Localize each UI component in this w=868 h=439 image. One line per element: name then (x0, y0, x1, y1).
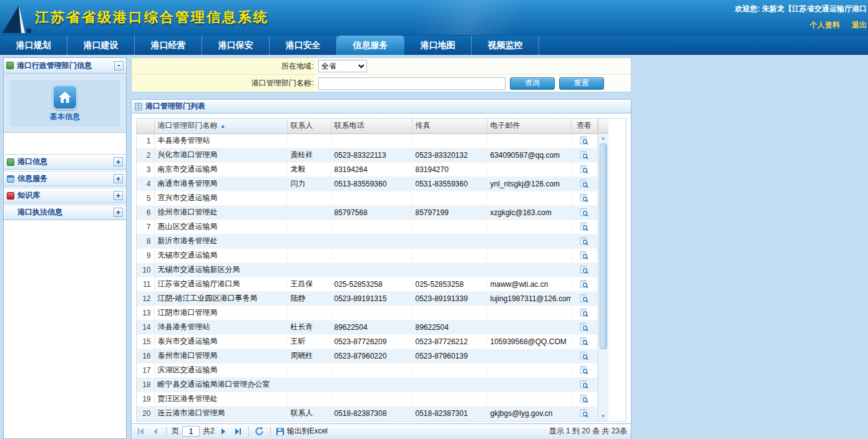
table-scrollbar[interactable]: ▲ ▼ (598, 118, 608, 421)
view-detail-icon[interactable] (580, 251, 588, 260)
view-detail-icon[interactable] (580, 323, 588, 332)
view-detail-icon[interactable] (580, 352, 588, 360)
table-row[interactable]: 20 连云港市港口管理局 联系人 0518-82387308 0518-8238… (137, 406, 597, 420)
table-row[interactable]: 8 新沂市港务管理处 (137, 234, 597, 248)
email-cell (487, 248, 571, 263)
scrollbar-track[interactable] (598, 142, 608, 412)
table-row[interactable]: 1 丰县港务管理站 (137, 133, 597, 148)
view-detail-icon[interactable] (580, 280, 588, 289)
table-row[interactable]: 10 无锡市交通运输新区分局 (137, 263, 597, 277)
scrollbar-header-cap (598, 118, 608, 133)
table-row[interactable]: 11 江苏省交通运输厅港口局 王昌保 025-52853258 025-5285… (137, 277, 597, 291)
table-row[interactable]: 12 江阴-靖江工业园区港口事务局 陆静 0523-89191315 0523-… (137, 291, 597, 306)
reset-button[interactable]: 重置 (559, 77, 604, 90)
nav-tab-港口规划[interactable]: 港口规划 (0, 36, 67, 55)
refresh-button[interactable] (254, 426, 265, 437)
table-row[interactable]: 3 南京市交通运输局 龙毅 83194264 83194270 (137, 162, 597, 176)
column-header-contact[interactable]: 联系人 (287, 118, 331, 133)
nav-tab-港口保安[interactable]: 港口保安 (202, 36, 270, 55)
region-select[interactable]: 全省 (318, 60, 367, 72)
view-detail-icon[interactable] (580, 223, 588, 231)
first-page-button[interactable] (135, 426, 147, 437)
nav-tab-视频监控[interactable]: 视频监控 (472, 36, 539, 55)
view-detail-icon[interactable] (580, 151, 588, 160)
nav-tab-信息服务[interactable]: 信息服务 (337, 36, 404, 55)
sidebar-item-港口执法信息[interactable]: 港口执法信息 + (4, 205, 126, 220)
table-row[interactable]: 4 南通市港务管理局 闫力 0513-83559360 0531-8355936… (137, 176, 597, 191)
profile-link[interactable]: 个人资料 (810, 21, 840, 29)
view-detail-icon[interactable] (580, 137, 588, 145)
next-page-button[interactable] (218, 426, 229, 437)
fax-cell (412, 363, 487, 377)
last-page-button[interactable] (232, 426, 243, 437)
table-row[interactable]: 2 兴化市港口管理局 龚桂祥 0523-83322113 0523-833201… (137, 148, 597, 162)
expand-button[interactable]: + (114, 174, 123, 183)
sidebar-item-知识库[interactable]: 知识库 + (4, 188, 126, 203)
column-header-view[interactable]: 查看 (571, 118, 597, 133)
prev-page-button[interactable] (150, 426, 161, 437)
save-icon (276, 427, 285, 436)
export-excel-button[interactable]: 输出到Excel (276, 426, 328, 437)
scroll-up-icon[interactable]: ▲ (598, 133, 608, 142)
column-header-email[interactable]: 电子邮件 (487, 118, 571, 133)
column-header-name[interactable]: 港口管理部门名称▲ (154, 118, 287, 133)
column-header-phone[interactable]: 联系电话 (331, 118, 412, 133)
fax-cell: 83194270 (412, 162, 487, 176)
nav-tab-label: 视频监控 (488, 40, 523, 51)
dept-name-row: 港口管理部门名称: 查询 重置 (132, 75, 631, 92)
table-row[interactable]: 7 惠山区交通运输局 (137, 220, 597, 234)
view-detail-icon[interactable] (580, 409, 588, 418)
accordion-label: 知识库 (17, 190, 110, 201)
phone-cell (331, 234, 412, 248)
sidebar-panel-header[interactable]: 港口行政管理部门信息 - (4, 58, 126, 74)
table-row[interactable]: 13 江阴市港口管理局 (137, 306, 597, 320)
view-detail-icon[interactable] (580, 380, 588, 389)
table-row[interactable]: 14 沛县港务管理站 杜长青 89622504 89622504 (137, 320, 597, 334)
view-detail-icon[interactable] (580, 165, 588, 174)
phone-cell: 0523-89191315 (331, 291, 412, 306)
view-detail-icon[interactable] (580, 180, 588, 188)
table-row[interactable]: 15 泰兴市交通运输局 王昕 0523-87726209 0523-877262… (137, 334, 597, 349)
contact-cell (287, 191, 331, 205)
sidebar-item-港口信息[interactable]: 港口信息 + (4, 154, 126, 170)
query-button[interactable]: 查询 (510, 77, 555, 90)
table-row[interactable]: 6 徐州市港口管理处 85797568 85797199 xzgkglc@163… (137, 205, 597, 220)
logout-link[interactable]: 退出 (852, 21, 867, 29)
nav-tab-港口建设[interactable]: 港口建设 (67, 36, 135, 55)
row-number-cell: 3 (137, 162, 154, 176)
view-detail-icon[interactable] (580, 309, 588, 317)
dept-name-cell: 兴化市港口管理局 (154, 148, 287, 162)
scroll-down-icon[interactable]: ▼ (598, 412, 608, 421)
nav-tab-港口地图[interactable]: 港口地图 (404, 36, 472, 55)
dept-name-cell: 宜兴市交通运输局 (154, 191, 287, 205)
table-row[interactable]: 5 宜兴市交通运输局 (137, 191, 597, 205)
view-detail-icon[interactable] (580, 366, 588, 375)
view-detail-icon[interactable] (580, 294, 588, 303)
expand-button[interactable]: + (114, 157, 123, 166)
fax-cell (412, 191, 487, 205)
table-row[interactable]: 18 睢宁县交通运输局港口管理办公室 (137, 377, 597, 392)
table-row[interactable]: 9 无锡市交通运输局 (137, 248, 597, 263)
table-row[interactable]: 16 泰州市港口管理局 周晓柱 0523-87960220 0523-87960… (137, 349, 597, 363)
dept-name-input[interactable] (318, 77, 505, 90)
collapse-button[interactable]: - (114, 61, 124, 70)
module-basic-info[interactable]: 基本信息 (10, 80, 120, 127)
column-header-fax[interactable]: 传真 (412, 118, 487, 133)
view-detail-icon[interactable] (580, 237, 588, 246)
nav-tab-港口安全[interactable]: 港口安全 (270, 36, 337, 55)
email-cell (487, 234, 571, 248)
nav-tab-港口经营[interactable]: 港口经营 (135, 36, 202, 55)
page-number-input[interactable] (182, 426, 200, 437)
table-row[interactable]: 17 滨湖区交通运输局 (137, 363, 597, 377)
view-detail-icon[interactable] (580, 266, 588, 274)
info-service-icon (7, 175, 14, 183)
scrollbar-thumb[interactable] (600, 143, 607, 349)
view-detail-icon[interactable] (580, 337, 588, 346)
view-detail-icon[interactable] (580, 208, 588, 217)
expand-button[interactable]: + (114, 208, 123, 217)
expand-button[interactable]: + (114, 191, 123, 200)
view-detail-icon[interactable] (580, 395, 588, 403)
view-detail-icon[interactable] (580, 194, 588, 203)
sidebar-item-信息服务[interactable]: 信息服务 + (4, 171, 126, 186)
table-row[interactable]: 19 贾汪区港务管理处 (137, 392, 597, 406)
